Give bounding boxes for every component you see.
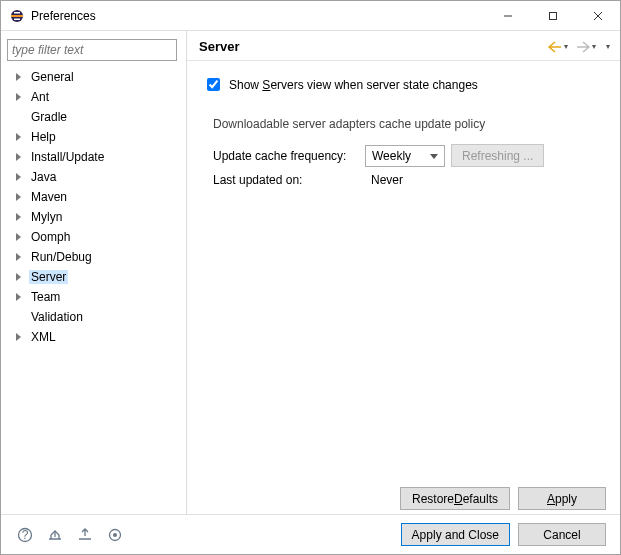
tree-item-label: Run/Debug [29,250,94,264]
show-servers-checkbox[interactable] [207,78,220,91]
tree-item-oomph[interactable]: Oomph [7,227,180,247]
update-frequency-select[interactable]: Weekly [365,145,445,167]
expand-icon[interactable] [13,251,25,263]
tree-item-label: Java [29,170,58,184]
tree-item-install-update[interactable]: Install/Update [7,147,180,167]
expand-icon[interactable] [13,231,25,243]
show-servers-row: Show Servers view when server state chan… [201,71,606,108]
tree-item-java[interactable]: Java [7,167,180,187]
help-icon[interactable]: ? [15,525,35,545]
sidebar: GeneralAntGradleHelpInstall/UpdateJavaMa… [1,31,187,514]
filter-row [1,35,186,67]
last-updated-value: Never [365,173,445,187]
preferences-tree[interactable]: GeneralAntGradleHelpInstall/UpdateJavaMa… [1,67,186,353]
tree-item-team[interactable]: Team [7,287,180,307]
dialog-footer: ? Apply and Close Cancel [1,514,620,554]
maximize-button[interactable] [530,1,575,30]
refresh-button: Refreshing ... [451,144,544,167]
tree-item-label: General [29,70,76,84]
svg-rect-5 [549,12,556,19]
tree-item-label: Gradle [29,110,69,124]
tree-item-general[interactable]: General [7,67,180,87]
group-title: Downloadable server adapters cache updat… [213,117,598,141]
expand-icon[interactable] [13,171,25,183]
tree-item-label: Team [29,290,62,304]
close-button[interactable] [575,1,620,30]
tree-item-label: XML [29,330,58,344]
view-menu[interactable]: ▾ [604,42,610,51]
expand-icon[interactable] [13,131,25,143]
expand-icon[interactable] [13,71,25,83]
expand-icon[interactable] [13,151,25,163]
tree-item-validation[interactable]: Validation [7,307,180,327]
footer-toolbar: ? [15,525,125,545]
back-button[interactable]: ▾ [548,41,568,53]
import-icon[interactable] [45,525,65,545]
apply-close-button[interactable]: Apply and Close [401,523,510,546]
dialog-body: GeneralAntGradleHelpInstall/UpdateJavaMa… [1,31,620,554]
cancel-button[interactable]: Cancel [518,523,606,546]
show-servers-label[interactable]: Show Servers view when server state chan… [229,78,478,92]
expand-icon[interactable] [13,291,25,303]
main-panel: Server ▾ ▾ ▾ [187,31,620,514]
oomph-icon[interactable] [105,525,125,545]
tree-item-maven[interactable]: Maven [7,187,180,207]
page-buttons: Restore Defaults Apply [187,477,620,514]
footer-buttons: Apply and Close Cancel [401,523,606,546]
update-frequency-value: Weekly [372,149,411,163]
window-controls [485,1,620,30]
tree-item-label: Ant [29,90,51,104]
tree-item-label: Maven [29,190,69,204]
tree-item-mylyn[interactable]: Mylyn [7,207,180,227]
apply-button[interactable]: Apply [518,487,606,510]
update-frequency-label: Update cache frequency: [213,149,359,163]
forward-menu-caret[interactable]: ▾ [592,42,596,51]
export-icon[interactable] [75,525,95,545]
preferences-window: Preferences GeneralAntGradleHelpInstall/… [0,0,621,555]
tree-item-run-debug[interactable]: Run/Debug [7,247,180,267]
page-title: Server [199,39,239,54]
back-menu-caret[interactable]: ▾ [564,42,568,51]
restore-defaults-button[interactable]: Restore Defaults [400,487,510,510]
tree-item-label: Help [29,130,58,144]
tree-item-label: Oomph [29,230,72,244]
main-body: Show Servers view when server state chan… [187,61,620,477]
tree-item-xml[interactable]: XML [7,327,180,347]
window-title: Preferences [31,9,485,23]
last-updated-label: Last updated on: [213,173,359,187]
app-icon [9,8,25,24]
svg-text:?: ? [22,528,29,542]
tree-item-label: Validation [29,310,85,324]
tree-item-label: Server [29,270,68,284]
svg-point-11 [113,533,117,537]
expand-icon[interactable] [13,211,25,223]
tree-item-label: Install/Update [29,150,106,164]
tree-item-label: Mylyn [29,210,64,224]
svg-rect-3 [14,18,20,20]
forward-button[interactable]: ▾ [576,41,596,53]
svg-rect-2 [14,12,20,14]
minimize-button[interactable] [485,1,530,30]
titlebar: Preferences [1,1,620,31]
expand-icon[interactable] [13,91,25,103]
expand-icon[interactable] [13,191,25,203]
tree-item-ant[interactable]: Ant [7,87,180,107]
update-frequency-row: Update cache frequency: Weekly Refreshin… [213,141,598,170]
expand-icon[interactable] [13,331,25,343]
tree-item-help[interactable]: Help [7,127,180,147]
last-updated-row: Last updated on: Never [213,170,598,190]
content: GeneralAntGradleHelpInstall/UpdateJavaMa… [1,31,620,514]
filter-input[interactable] [7,39,177,61]
cache-policy-group: Downloadable server adapters cache updat… [201,108,606,198]
header-nav: ▾ ▾ ▾ [548,41,610,53]
tree-item-gradle[interactable]: Gradle [7,107,180,127]
main-header: Server ▾ ▾ ▾ [187,31,620,61]
svg-rect-1 [11,15,23,17]
expand-icon[interactable] [13,271,25,283]
tree-item-server[interactable]: Server [7,267,180,287]
